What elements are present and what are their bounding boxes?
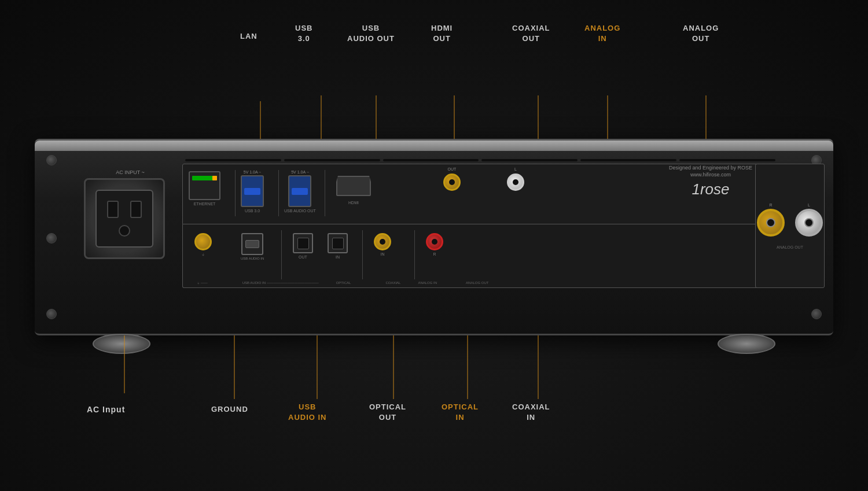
optical-out-port[interactable]	[293, 233, 313, 253]
label-optical-out: OPTICALOUT	[369, 402, 406, 423]
ground-terminal	[194, 233, 212, 250]
rose-sub: Designed and Engineered by ROSEwww.hifir…	[669, 165, 752, 178]
coaxial-out-rca[interactable]	[443, 173, 461, 191]
analog-out-r-rca[interactable]	[757, 209, 785, 237]
sep3	[325, 170, 325, 216]
ethernet-port[interactable]	[189, 171, 220, 200]
usb30-label: USB 3.0	[245, 209, 260, 213]
optical-in-cell: IN	[328, 233, 348, 259]
label-coaxial-out: COAXIALOUT	[512, 23, 550, 44]
bottom-coaxial-label: COAXIAL	[385, 281, 400, 285]
analog-in-r-lower: R	[426, 233, 443, 256]
bottom-analogout-label: ANALOG OUT	[466, 281, 488, 285]
ethernet-label: ETHERNET	[194, 202, 216, 206]
screw-br	[811, 309, 822, 319]
hdmi-port[interactable]	[336, 176, 371, 196]
sep5	[362, 230, 363, 279]
bottom-ground-label: ⏚ ——	[197, 281, 208, 285]
coaxial-in-rca[interactable]	[374, 233, 391, 250]
label-lan: LAN	[240, 32, 258, 40]
ground-cell: ⏚	[194, 233, 212, 256]
label-optical-in: OPTICALIN	[442, 402, 479, 423]
foot-right	[718, 334, 775, 354]
label-analog-in-top: ANALOGIN	[584, 23, 620, 44]
screw-ml	[46, 233, 57, 243]
hdmi-label: HDMI	[348, 201, 359, 205]
bottom-usbaudio-label: USB AUDIO IN ———————————————	[242, 281, 319, 285]
ac-prong-l	[107, 201, 119, 218]
foot-left	[93, 334, 150, 354]
lower-port-panel: ⏚ USB AUDIO IN OUT IN IN	[182, 224, 758, 288]
usb-audio-in-port[interactable]	[241, 233, 263, 255]
label-usb-audio-out: USBAUDIO OUT	[347, 23, 395, 44]
analog-in-l-rca[interactable]	[507, 173, 524, 191]
usb-audio-in-cell: USB AUDIO IN	[241, 233, 264, 260]
label-usb-audio-in: USBAUDIO IN	[288, 402, 327, 423]
rose-logo: 1rose	[669, 180, 752, 198]
ac-input-area: AC INPUT ~	[84, 169, 176, 285]
ac-ground-prong	[119, 225, 130, 237]
usb30-port[interactable]	[241, 175, 264, 207]
label-coaxial-in: COAXIALIN	[512, 402, 550, 423]
rose-brand: Designed and Engineered by ROSEwww.hifir…	[669, 165, 752, 198]
screw-bl	[46, 309, 57, 319]
label-usb30: USB3.0	[295, 23, 312, 44]
bottom-analogin-label: ANALOG IN	[418, 281, 437, 285]
label-ground: GROUND	[211, 405, 248, 414]
device-body: AC INPUT ~ ETHERNET 5V 1.0A ⎓ USB	[35, 139, 833, 335]
usb30-cell: 5V 1.0A ⎓ USB 3.0	[241, 170, 264, 213]
ethernet-port-cell: ETHERNET	[189, 171, 220, 206]
sep1	[235, 170, 236, 216]
sep4	[281, 230, 282, 279]
coaxial-out-upper: OUT	[443, 167, 461, 191]
usb-audio-out-label: USB AUDIO OUT	[284, 209, 316, 213]
usb-audio-out-cell: 5V 1.0A ⎓ USB AUDIO OUT	[284, 170, 316, 213]
optical-out-cell: OUT	[293, 233, 313, 259]
sep6	[414, 230, 415, 279]
analog-out-r: R	[757, 203, 785, 237]
label-analog-out-top: ANALOGOUT	[683, 23, 719, 44]
screw-tl	[46, 155, 57, 165]
analog-in-r-rca[interactable]	[426, 233, 443, 250]
analog-out-row: R L	[757, 203, 823, 237]
ac-prong-r	[130, 201, 142, 218]
usb-audio-out-port[interactable]	[288, 175, 311, 207]
analog-out-l: L	[795, 203, 823, 237]
ac-socket	[84, 178, 165, 259]
coaxial-in-cell: IN	[374, 233, 391, 256]
hdmi-cell: HDMI	[336, 176, 371, 205]
analog-out-section: R L ANALOG OUT	[755, 164, 825, 288]
bottom-optical-label: OPTICAL	[336, 281, 351, 285]
analog-out-section-label: ANALOG OUT	[777, 245, 803, 249]
optical-in-port[interactable]	[328, 233, 348, 253]
ac-input-label: AC INPUT ~	[84, 169, 176, 175]
label-ac-input: AC Input	[87, 405, 125, 414]
analog-out-l-rca[interactable]	[795, 209, 823, 237]
label-hdmi-out: HDMIOUT	[431, 23, 453, 44]
sep2	[278, 170, 279, 216]
analog-in-l-upper: L	[507, 167, 524, 191]
top-strip	[35, 141, 833, 151]
